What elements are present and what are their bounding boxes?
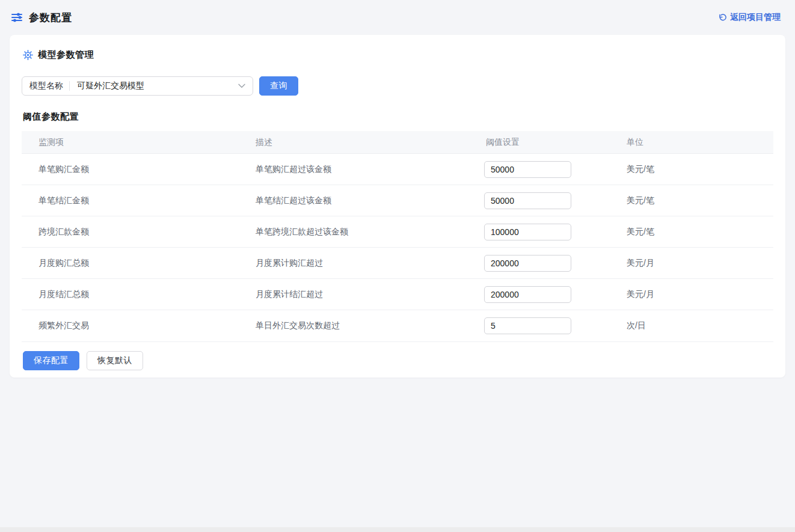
- column-header-unit: 单位: [610, 137, 773, 148]
- table-row: 单笔结汇金额 单笔结汇超过该金额 美元/笔: [22, 185, 773, 216]
- table-row: 月度购汇总额 月度累计购汇超过 美元/月: [22, 248, 773, 279]
- back-link[interactable]: 返回项目管理: [717, 12, 781, 23]
- threshold-table: 监测项 描述 阈值设置 单位 单笔购汇金额 单笔购汇超过该金额 美元/笔 单笔结…: [22, 131, 773, 342]
- threshold-input[interactable]: [484, 161, 571, 178]
- threshold-input[interactable]: [484, 192, 571, 209]
- model-select-value: 可疑外汇交易模型: [77, 81, 238, 91]
- row-unit: 次/日: [610, 320, 773, 331]
- section-title: 模型参数管理: [38, 49, 94, 61]
- threshold-input[interactable]: [484, 286, 571, 303]
- row-item: 月度购汇总额: [22, 258, 239, 269]
- table-row: 月度结汇总额 月度累计结汇超过 美元/月: [22, 279, 773, 310]
- model-select-label: 模型名称: [29, 81, 63, 91]
- page-header-left: 参数配置: [11, 11, 72, 25]
- column-header-item: 监测项: [22, 137, 239, 148]
- row-desc: 月度累计购汇超过: [239, 258, 469, 269]
- gear-icon: [23, 50, 33, 60]
- table-row: 跨境汇款金额 单笔跨境汇款超过该金额 美元/笔: [22, 216, 773, 248]
- row-unit: 美元/笔: [610, 195, 773, 206]
- row-unit: 美元/笔: [610, 227, 773, 237]
- table-title: 阈值参数配置: [23, 111, 773, 123]
- threshold-input[interactable]: [484, 224, 571, 240]
- chevron-down-icon: [238, 84, 245, 88]
- query-row: 模型名称 可疑外汇交易模型 查询: [22, 76, 773, 96]
- row-item: 频繁外汇交易: [22, 320, 239, 331]
- back-link-label: 返回项目管理: [730, 12, 781, 23]
- query-button[interactable]: 查询: [259, 76, 298, 96]
- row-unit: 美元/月: [610, 258, 773, 269]
- row-item: 单笔结汇金额: [22, 195, 239, 206]
- table-row: 频繁外汇交易 单日外汇交易次数超过 次/日: [22, 310, 773, 341]
- threshold-input[interactable]: [484, 317, 571, 334]
- row-unit: 美元/笔: [610, 164, 773, 175]
- horizontal-scrollbar[interactable]: [0, 527, 795, 532]
- column-header-desc: 描述: [239, 137, 469, 148]
- action-bar: 保存配置 恢复默认: [22, 351, 773, 370]
- row-desc: 单笔购汇超过该金额: [239, 164, 469, 175]
- row-desc: 月度累计结汇超过: [239, 289, 469, 300]
- section-header: 模型参数管理: [23, 49, 773, 61]
- row-item: 单笔购汇金额: [22, 164, 239, 175]
- select-divider: [69, 81, 70, 91]
- table-row: 单笔购汇金额 单笔购汇超过该金额 美元/笔: [22, 154, 773, 185]
- page-header: 参数配置 返回项目管理: [0, 0, 795, 35]
- content-card: 模型参数管理 模型名称 可疑外汇交易模型 查询 阈值参数配置 监测项 描述 阈值…: [10, 35, 785, 378]
- row-item: 跨境汇款金额: [22, 227, 239, 237]
- return-icon: [717, 13, 726, 22]
- threshold-input[interactable]: [484, 255, 571, 272]
- page-title: 参数配置: [29, 11, 72, 25]
- row-desc: 单笔跨境汇款超过该金额: [239, 227, 469, 237]
- row-item: 月度结汇总额: [22, 289, 239, 300]
- row-desc: 单笔结汇超过该金额: [239, 195, 469, 206]
- model-select[interactable]: 模型名称 可疑外汇交易模型: [22, 76, 253, 96]
- row-unit: 美元/月: [610, 289, 773, 300]
- column-header-value: 阈值设置: [469, 137, 610, 148]
- save-button[interactable]: 保存配置: [23, 351, 79, 370]
- sliders-icon: [11, 12, 23, 23]
- table-header-row: 监测项 描述 阈值设置 单位: [22, 131, 773, 154]
- reset-button[interactable]: 恢复默认: [87, 351, 143, 370]
- row-desc: 单日外汇交易次数超过: [239, 320, 469, 331]
